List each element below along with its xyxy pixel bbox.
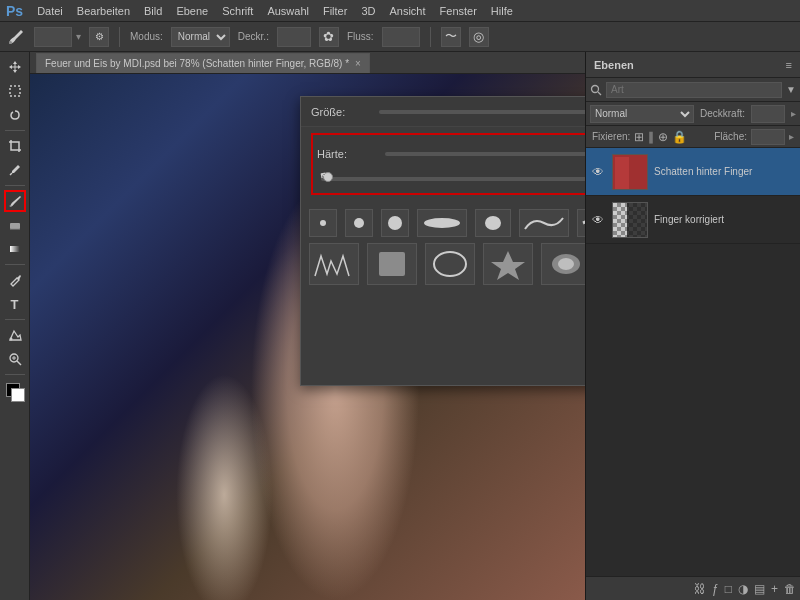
menu-fenster[interactable]: Fenster bbox=[440, 5, 477, 17]
tool-gradient[interactable] bbox=[4, 238, 26, 260]
delete-layer-icon[interactable]: 🗑 bbox=[784, 582, 796, 596]
tool-select-rect[interactable] bbox=[4, 80, 26, 102]
color-swatches[interactable] bbox=[4, 381, 26, 403]
svg-rect-4 bbox=[10, 223, 20, 229]
menu-hilfe[interactable]: Hilfe bbox=[491, 5, 513, 17]
menu-bearbeiten[interactable]: Bearbeiten bbox=[77, 5, 130, 17]
layer-search-input[interactable] bbox=[606, 82, 782, 98]
opacity-label: Deckr.: bbox=[238, 31, 269, 42]
svg-point-14 bbox=[388, 216, 402, 230]
blend-mode-select[interactable]: Normal bbox=[590, 105, 694, 123]
layer-2-thumbnail bbox=[612, 202, 648, 238]
fix-row: Fixieren: ⊞ ∥ ⊕ 🔒 Fläche: 100% ▸ bbox=[586, 126, 800, 148]
brush-preview-5[interactable] bbox=[475, 209, 511, 237]
tool-sep-5 bbox=[5, 374, 25, 375]
panel-menu-icon[interactable]: ≡ bbox=[786, 59, 792, 71]
fix-cross-icon[interactable]: ⊞ bbox=[634, 130, 644, 144]
menu-ansicht[interactable]: Ansicht bbox=[389, 5, 425, 17]
area-chevron[interactable]: ▸ bbox=[789, 131, 794, 142]
layer-bottom-bar: ⛓ ƒ □ ◑ ▤ + 🗑 bbox=[586, 576, 800, 600]
add-mask-icon[interactable]: □ bbox=[725, 582, 732, 596]
new-adjustment-icon[interactable]: ◑ bbox=[738, 582, 748, 596]
menu-filter[interactable]: Filter bbox=[323, 5, 347, 17]
brush-preview-3[interactable] bbox=[381, 209, 409, 237]
menu-bild[interactable]: Bild bbox=[144, 5, 162, 17]
layer-1-name: Schatten hinter Finger bbox=[654, 166, 794, 177]
layer-list: 👁 Schatten hinter Finger 👁 bbox=[586, 148, 800, 576]
menubar: Ps Datei Bearbeiten Bild Ebene Schrift A… bbox=[0, 0, 800, 22]
canvas-image: ⚙ Größe: ▲ 545 Px Härte: bbox=[30, 74, 585, 600]
brush-preview-2[interactable] bbox=[345, 209, 373, 237]
opacity-value-input[interactable]: 100% bbox=[751, 105, 785, 123]
layer-item-1[interactable]: 👁 Schatten hinter Finger bbox=[586, 148, 800, 196]
add-style-icon[interactable]: ƒ bbox=[712, 582, 719, 596]
new-layer-icon[interactable]: + bbox=[771, 582, 778, 596]
brush-icon bbox=[6, 27, 26, 47]
brush-preview-11[interactable] bbox=[425, 243, 475, 285]
tool-text[interactable]: T bbox=[4, 293, 26, 315]
tool-path-select[interactable] bbox=[4, 324, 26, 346]
menu-schrift[interactable]: Schrift bbox=[222, 5, 253, 17]
fix-label: Fixieren: bbox=[592, 131, 630, 142]
opacity-input[interactable]: 13% bbox=[277, 27, 311, 47]
tool-zoom[interactable] bbox=[4, 348, 26, 370]
brush-preview-10[interactable] bbox=[367, 243, 417, 285]
mode-select[interactable]: Normal bbox=[171, 27, 230, 47]
document-tab[interactable]: Feuer und Eis by MDI.psd bei 78% (Schatt… bbox=[36, 53, 370, 73]
brush-preview-4[interactable] bbox=[417, 209, 467, 237]
brush-row-2 bbox=[309, 243, 585, 285]
area-value-input[interactable]: 100% bbox=[751, 129, 785, 145]
brush-preview-6[interactable] bbox=[519, 209, 569, 237]
link-layers-icon[interactable]: ⛓ bbox=[694, 582, 706, 596]
rect-select-icon bbox=[8, 84, 22, 98]
svg-rect-25 bbox=[615, 157, 629, 189]
tool-move[interactable] bbox=[4, 56, 26, 78]
eraser-icon bbox=[8, 218, 22, 232]
hardness-slider-row: ↖ bbox=[317, 169, 585, 189]
menu-auswahl[interactable]: Auswahl bbox=[267, 5, 309, 17]
fix-move-icon[interactable]: ⊕ bbox=[658, 130, 668, 144]
airbrush-icon[interactable]: ✿ bbox=[319, 27, 339, 47]
brush-preview-9[interactable] bbox=[309, 243, 359, 285]
tab-close-btn[interactable]: × bbox=[355, 58, 361, 69]
size-input[interactable]: 545 bbox=[34, 27, 72, 47]
path-select-icon bbox=[8, 328, 22, 342]
size-label: Größe: bbox=[311, 106, 371, 118]
layer-item-2[interactable]: 👁 Finger korrigiert bbox=[586, 196, 800, 244]
toolbar: 545 ▾ ⚙ Modus: Normal Deckr.: 13% ✿ Flus… bbox=[0, 22, 800, 52]
opacity-chevron[interactable]: ▸ bbox=[791, 108, 796, 119]
tool-brush[interactable] bbox=[4, 190, 26, 212]
menu-ebene[interactable]: Ebene bbox=[176, 5, 208, 17]
brush-preview-12[interactable] bbox=[483, 243, 533, 285]
layers-search: ▼ bbox=[586, 78, 800, 102]
menu-datei[interactable]: Datei bbox=[37, 5, 63, 17]
brush-preview-13[interactable] bbox=[541, 243, 585, 285]
svg-point-13 bbox=[354, 218, 364, 228]
brush-settings-icon[interactable]: ⚙ bbox=[89, 27, 109, 47]
layer-1-thumbnail bbox=[612, 154, 648, 190]
svg-point-16 bbox=[485, 216, 501, 230]
filter-icon[interactable]: ▼ bbox=[786, 84, 796, 95]
target-icon[interactable]: ◎ bbox=[469, 27, 489, 47]
tool-pen[interactable] bbox=[4, 269, 26, 291]
panel-icons: ≡ bbox=[786, 59, 792, 71]
fix-brush-icon[interactable]: ∥ bbox=[648, 130, 654, 144]
brush-preview-7[interactable] bbox=[577, 209, 585, 237]
menu-3d[interactable]: 3D bbox=[361, 5, 375, 17]
flow-input[interactable]: 100% bbox=[382, 27, 420, 47]
brush-preview-1[interactable] bbox=[309, 209, 337, 237]
tool-lasso[interactable] bbox=[4, 104, 26, 126]
smooth-icon[interactable]: 〜 bbox=[441, 27, 461, 47]
svg-point-22 bbox=[592, 85, 599, 92]
fix-lock-icon[interactable]: 🔒 bbox=[672, 130, 687, 144]
svg-rect-6 bbox=[10, 246, 20, 252]
layer-1-visibility[interactable]: 👁 bbox=[592, 165, 606, 179]
tool-crop[interactable] bbox=[4, 135, 26, 157]
tool-eraser[interactable] bbox=[4, 214, 26, 236]
svg-rect-27 bbox=[627, 203, 648, 238]
flow-label: Fluss: bbox=[347, 31, 374, 42]
new-group-icon[interactable]: ▤ bbox=[754, 582, 765, 596]
tool-eyedropper[interactable] bbox=[4, 159, 26, 181]
layers-panel: Ebenen ≡ ▼ Normal Deckkraft: 100% ▸ Fixi… bbox=[585, 52, 800, 600]
layer-2-visibility[interactable]: 👁 bbox=[592, 213, 606, 227]
